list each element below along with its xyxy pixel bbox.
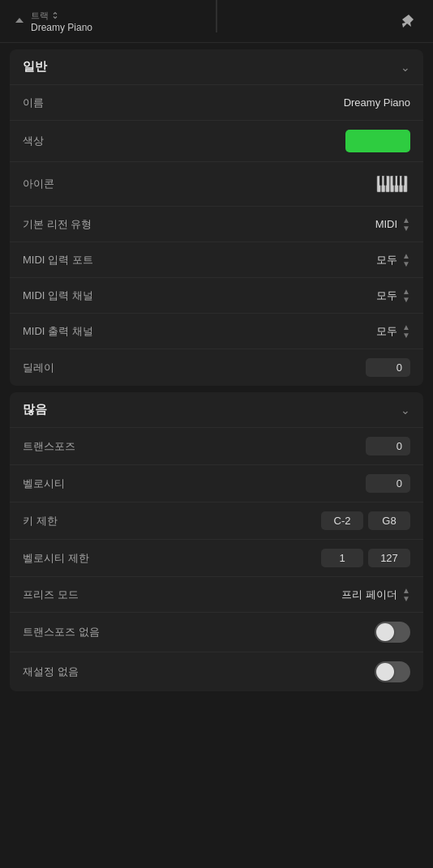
no-transpose-label: 트랜스포즈 없음: [23, 625, 100, 639]
midi-input-channel-row: MIDI 입력 채널 모두 ▲▼: [10, 277, 423, 313]
many-section: 많음 ⌄ 트랜스포즈 0 벨로시티 0 키 제한 C-2 G8 벨로시티 제한 …: [10, 392, 423, 691]
color-swatch[interactable]: [345, 130, 410, 152]
name-value: Dreamy Piano: [344, 96, 410, 109]
midi-input-channel-value[interactable]: 모두 ▲▼: [376, 288, 410, 304]
velocity-limit-label: 벨로시티 제한: [23, 551, 89, 566]
general-section-header[interactable]: 일반 ⌄: [10, 49, 423, 84]
midi-input-port-label: MIDI 입력 포트: [23, 253, 93, 267]
midi-input-channel-label: MIDI 입력 채널: [23, 289, 93, 303]
no-reset-row: 재설정 없음: [10, 652, 423, 691]
track-label: 트랙: [31, 10, 92, 22]
delay-label: 딜레이: [23, 361, 54, 375]
svg-rect-10: [397, 176, 400, 186]
region-type-value[interactable]: MIDI ▲▼: [375, 216, 410, 233]
top-line: [216, 0, 217, 32]
icon-preview[interactable]: [375, 171, 410, 197]
key-limit-high[interactable]: G8: [368, 511, 410, 530]
svg-rect-7: [379, 176, 382, 186]
region-type-label: 기본 리전 유형: [23, 217, 92, 232]
icon-label: 아이콘: [23, 177, 54, 191]
name-label: 이름: [23, 96, 44, 110]
no-reset-toggle[interactable]: [375, 661, 410, 682]
midi-input-port-stepper: ▲▼: [402, 252, 410, 268]
transpose-row: 트랜스포즈 0: [10, 427, 423, 464]
no-transpose-knob: [376, 623, 394, 641]
key-limit-row: 키 제한 C-2 G8: [10, 502, 423, 539]
freeze-mode-row: 프리즈 모드 프리 페이더 ▲▼: [10, 576, 423, 612]
color-row: 색상: [10, 120, 423, 161]
pin-button[interactable]: [394, 8, 420, 34]
key-limit-label: 키 제한: [23, 514, 58, 528]
velocity-limit-row: 벨로시티 제한 1 127: [10, 539, 423, 576]
velocity-limit-inputs: 1 127: [321, 549, 410, 567]
top-bar-left: 트랙 Dreamy Piano: [13, 10, 92, 33]
general-section: 일반 ⌄ 이름 Dreamy Piano 색상 아이콘: [10, 49, 423, 386]
many-chevron-icon: ⌄: [401, 404, 410, 417]
general-chevron-icon: ⌄: [401, 61, 410, 74]
midi-output-channel-row: MIDI 출력 채널 모두 ▲▼: [10, 313, 423, 348]
key-limit-inputs: C-2 G8: [321, 511, 410, 530]
track-sort-icon: [51, 11, 59, 19]
top-bar: 트랙 Dreamy Piano: [0, 0, 433, 43]
key-limit-low[interactable]: C-2: [321, 511, 363, 530]
svg-rect-8: [384, 176, 387, 186]
track-name: Dreamy Piano: [31, 22, 92, 33]
midi-input-channel-stepper: ▲▼: [402, 288, 410, 304]
region-type-stepper: ▲▼: [402, 216, 410, 233]
midi-output-channel-stepper: ▲▼: [402, 323, 410, 340]
transpose-input[interactable]: 0: [366, 437, 410, 455]
color-label: 색상: [23, 134, 44, 148]
track-up-icon[interactable]: [13, 15, 26, 28]
svg-rect-9: [392, 176, 395, 186]
delay-input[interactable]: 0: [366, 358, 410, 377]
velocity-limit-low[interactable]: 1: [321, 549, 363, 567]
velocity-limit-high[interactable]: 127: [368, 549, 410, 567]
delay-row: 딜레이 0: [10, 348, 423, 386]
track-label-text: 트랙: [31, 10, 49, 22]
no-reset-label: 재설정 없음: [23, 665, 79, 679]
general-section-title: 일반: [23, 59, 47, 75]
icon-row: 아이콘: [10, 161, 423, 206]
region-type-row: 기본 리전 유형 MIDI ▲▼: [10, 206, 423, 242]
velocity-input[interactable]: 0: [366, 474, 410, 493]
midi-output-channel-label: MIDI 출력 채널: [23, 324, 93, 339]
velocity-label: 벨로시티: [23, 477, 65, 491]
transpose-label: 트랜스포즈: [23, 439, 75, 454]
track-label-group: 트랙 Dreamy Piano: [31, 10, 92, 33]
no-transpose-row: 트랜스포즈 없음: [10, 612, 423, 652]
freeze-mode-stepper: ▲▼: [402, 587, 410, 603]
no-reset-knob: [376, 663, 394, 681]
freeze-mode-label: 프리즈 모드: [23, 588, 79, 602]
many-section-header[interactable]: 많음 ⌄: [10, 392, 423, 427]
freeze-mode-value[interactable]: 프리 페이더 ▲▼: [341, 587, 410, 603]
velocity-row: 벨로시티 0: [10, 464, 423, 502]
many-section-title: 많음: [23, 402, 47, 417]
piano-icon: [376, 174, 409, 194]
midi-input-port-value[interactable]: 모두 ▲▼: [376, 252, 410, 268]
name-row: 이름 Dreamy Piano: [10, 84, 423, 120]
no-transpose-toggle[interactable]: [375, 622, 410, 643]
svg-rect-11: [401, 176, 404, 186]
midi-output-channel-value[interactable]: 모두 ▲▼: [376, 323, 410, 340]
midi-input-port-row: MIDI 입력 포트 모두 ▲▼: [10, 242, 423, 277]
